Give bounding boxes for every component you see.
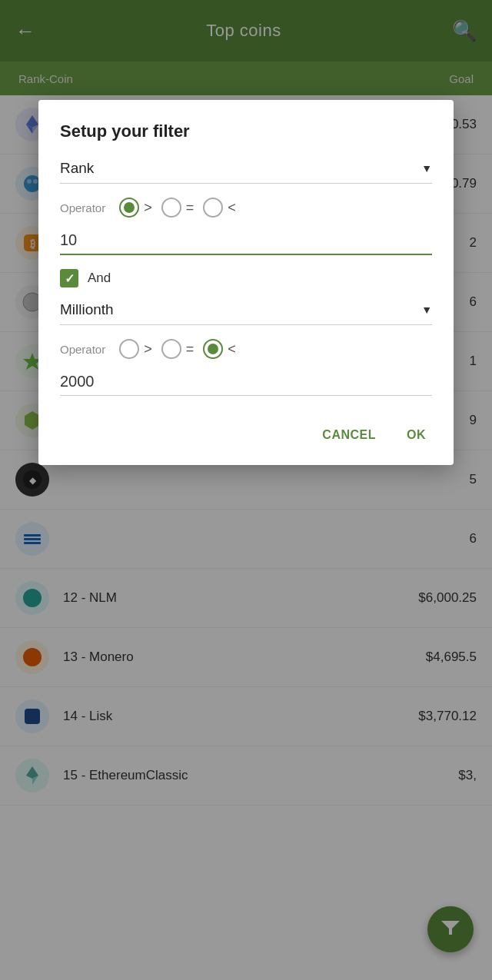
filter1-dropdown-label: Rank — [60, 160, 94, 177]
filter1-symbol-gt: > — [144, 200, 152, 216]
filter2-symbol-eq: = — [186, 341, 194, 357]
filter1-radio-gt[interactable] — [119, 198, 139, 218]
dialog-overlay: Setup your filter Rank ▼ Operator > = < — [0, 0, 492, 980]
filter1-operator-lt[interactable]: < — [203, 198, 236, 218]
filter-dialog: Setup your filter Rank ▼ Operator > = < — [38, 100, 454, 465]
filter1-operator-label: Operator — [60, 201, 105, 214]
filter1-operator-gt[interactable]: > — [119, 198, 152, 218]
filter2-radio-eq[interactable] — [161, 339, 181, 359]
filter2-symbol-lt: < — [228, 341, 236, 357]
filter2-operator-gt[interactable]: > — [119, 339, 152, 359]
filter1-operator-eq[interactable]: = — [161, 198, 194, 218]
filter1-dropdown[interactable]: Rank ▼ — [60, 160, 432, 184]
and-label: And — [88, 271, 111, 286]
filter1-symbol-eq: = — [186, 200, 194, 216]
filter1-symbol-lt: < — [228, 200, 236, 216]
filter2-radio-gt[interactable] — [119, 339, 139, 359]
ok-button[interactable]: OK — [401, 420, 432, 450]
filter1-radio-lt[interactable] — [203, 198, 223, 218]
filter2-radio-lt[interactable] — [203, 339, 223, 359]
filter2-dropdown[interactable]: Millionth ▼ — [60, 301, 432, 325]
dialog-buttons: CANCEL OK — [60, 420, 432, 450]
filter2-dropdown-arrow: ▼ — [421, 304, 432, 316]
and-checkbox[interactable]: ✓ — [60, 269, 78, 287]
filter2-value-input[interactable] — [60, 373, 432, 396]
filter1-radio-eq[interactable] — [161, 198, 181, 218]
and-row: ✓ And — [60, 269, 432, 287]
cancel-button[interactable]: CANCEL — [316, 420, 382, 450]
filter2-operator-eq[interactable]: = — [161, 339, 194, 359]
filter2-symbol-gt: > — [144, 341, 152, 357]
filter2-operator-row: Operator > = < — [60, 339, 432, 359]
dialog-title: Setup your filter — [60, 121, 432, 141]
filter1-value-input[interactable] — [60, 231, 432, 255]
filter2-dropdown-label: Millionth — [60, 301, 114, 318]
filter2-operator-label: Operator — [60, 343, 105, 356]
filter1-operator-row: Operator > = < — [60, 198, 432, 218]
checkbox-check-icon: ✓ — [65, 271, 75, 286]
filter2-operator-lt[interactable]: < — [203, 339, 236, 359]
filter1-dropdown-arrow: ▼ — [421, 162, 432, 174]
